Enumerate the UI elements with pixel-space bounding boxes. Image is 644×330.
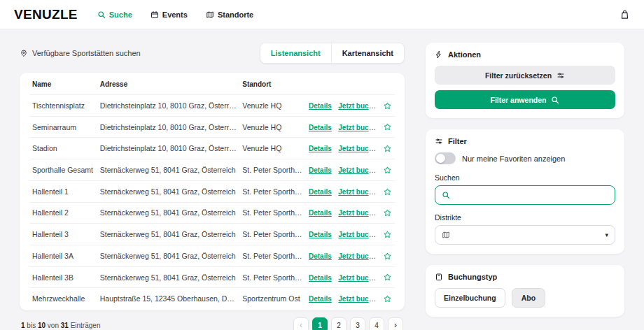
cell-location: St. Peter Sporthalle: [239, 202, 306, 224]
booking-type-card: Buchungstyp Einzelbuchung Abo: [426, 265, 624, 317]
favorite-star-icon[interactable]: [383, 144, 392, 153]
cell-name: Hallenteil 1: [29, 180, 97, 202]
pagination-page-4[interactable]: 4: [369, 317, 384, 330]
cell-location: St. Peter Sporthalle: [239, 224, 306, 245]
lightning-icon: [435, 50, 443, 59]
search-input-box[interactable]: [435, 185, 615, 205]
view-toggle: Listenansicht Kartenansicht: [260, 43, 405, 64]
nav-item-standorte[interactable]: Standorte: [206, 10, 253, 19]
favorite-star-icon[interactable]: [383, 208, 392, 217]
book-link[interactable]: Jetzt buchen: [338, 101, 379, 110]
book-link[interactable]: Jetzt buchen: [338, 294, 379, 303]
column-header-standort: Standort: [239, 73, 306, 95]
column-header-adresse: Adresse: [97, 73, 240, 95]
cart-button[interactable]: [620, 9, 630, 20]
nav-label-events: Events: [162, 10, 188, 19]
table-row: Hallenteil 3B Sternäckerweg 51, 8041 Gra…: [29, 266, 395, 288]
pagination-prev[interactable]: ‹: [293, 317, 309, 330]
book-link[interactable]: Jetzt buchen: [338, 187, 379, 196]
booking-card-header: Buchungstyp: [435, 273, 615, 281]
filter-card-header: Filter: [435, 137, 615, 145]
actions-card: Aktionen Filter zurücksetzen Filter anwe…: [426, 43, 624, 118]
cell-name: Hallenteil 2: [29, 202, 97, 224]
favorite-star-icon[interactable]: [383, 101, 392, 110]
cell-name: Mehrzweckhalle: [29, 288, 97, 309]
column-header-details: [306, 73, 335, 95]
table-row: Stadion Dietrichsteinplatz 10, 8010 Graz…: [29, 138, 395, 159]
actions-card-title: Aktionen: [448, 50, 481, 59]
cell-location: Venuzle HQ: [239, 116, 306, 138]
search-icon: [97, 10, 106, 19]
cell-location: Sportzentrum Ost: [239, 288, 306, 309]
favorite-star-icon[interactable]: [383, 294, 392, 303]
filter-card: Filter Nur meine Favoriten anzeigen Such…: [426, 129, 624, 254]
favorite-star-icon[interactable]: [383, 166, 392, 175]
favorite-star-icon[interactable]: [383, 122, 392, 131]
location-pin-icon: [20, 49, 28, 57]
districts-map-icon: [442, 231, 450, 239]
book-link[interactable]: Jetzt buchen: [338, 252, 379, 260]
favorites-row: Nur meine Favoriten anzeigen: [435, 152, 615, 164]
favorite-star-icon[interactable]: [383, 273, 392, 282]
search-field-input[interactable]: [455, 191, 608, 199]
venuzle-logo[interactable]: VENUZLE: [14, 7, 78, 22]
details-link[interactable]: Details: [309, 188, 332, 196]
pagination-next[interactable]: ›: [388, 317, 403, 330]
districts-select[interactable]: ▾: [435, 225, 615, 245]
filter-apply-button[interactable]: Filter anwenden: [435, 90, 615, 109]
cell-address: Dietrichsteinplatz 10, 8010 Graz, Österr…: [97, 138, 240, 159]
search-icon: [442, 191, 450, 199]
entries-to: 10: [38, 322, 46, 329]
pagination-page-3[interactable]: 3: [350, 317, 365, 330]
cell-address: Sternäckerweg 51, 8041 Graz, Österreich: [97, 245, 240, 267]
cell-name: Hallenteil 3B: [29, 266, 97, 288]
filter-reset-button[interactable]: Filter zurücksetzen: [435, 66, 615, 85]
shopping-bag-icon: [620, 9, 630, 20]
filter-reset-label: Filter zurücksetzen: [485, 71, 552, 80]
favorite-star-icon[interactable]: [383, 230, 392, 239]
cell-name: Sporthalle Gesamt: [29, 159, 97, 181]
details-link[interactable]: Details: [309, 231, 332, 238]
booking-type-abo[interactable]: Abo: [512, 288, 545, 308]
book-link[interactable]: Jetzt buchen: [338, 273, 379, 282]
details-link[interactable]: Details: [309, 252, 332, 260]
booking-type-einzelbuchung[interactable]: Einzelbuchung: [435, 288, 505, 308]
details-link[interactable]: Details: [309, 295, 332, 303]
table-row: Tischtennisplatz Dietrichsteinplatz 10, …: [29, 95, 395, 117]
book-link[interactable]: Jetzt buchen: [338, 166, 379, 174]
sliders-icon: [435, 137, 443, 145]
cell-location: St. Peter Sporthalle: [239, 180, 306, 202]
calendar-icon: [150, 10, 159, 19]
pagination-page-1[interactable]: 1: [312, 317, 328, 330]
details-link[interactable]: Details: [309, 274, 332, 282]
details-link[interactable]: Details: [309, 102, 332, 110]
cell-location: Venuzle HQ: [239, 138, 306, 159]
entries-from: 1: [21, 322, 25, 329]
book-link[interactable]: Jetzt buchen: [338, 230, 379, 238]
entries-total: 31: [61, 322, 69, 329]
nav-item-events[interactable]: Events: [150, 10, 188, 19]
book-link[interactable]: Jetzt buchen: [338, 123, 379, 131]
main-nav: Suche Events Standorte: [97, 10, 253, 19]
cell-name: Hallenteil 3: [29, 224, 97, 245]
tab-list-view[interactable]: Listenansicht: [260, 43, 331, 63]
book-link[interactable]: Jetzt buchen: [338, 144, 379, 152]
favorite-star-icon[interactable]: [383, 252, 392, 261]
list-header: Verfügbare Sportstätten suchen Listenans…: [20, 43, 405, 64]
favorite-star-icon[interactable]: [383, 187, 392, 196]
book-link[interactable]: Jetzt buchen: [338, 208, 379, 217]
pagination: ‹ 1234 ›: [293, 317, 403, 330]
table-row: Mehrzweckhalle Hauptstraße 15, 12345 Obe…: [29, 288, 395, 309]
details-link[interactable]: Details: [309, 166, 332, 174]
cell-location: St. Peter Sporthalle: [239, 245, 306, 267]
details-link[interactable]: Details: [309, 209, 332, 217]
map-icon: [206, 10, 214, 19]
tab-map-view[interactable]: Kartenansicht: [331, 43, 404, 63]
chevron-down-icon: ▾: [605, 231, 608, 238]
favorites-toggle[interactable]: [435, 152, 456, 164]
pagination-page-2[interactable]: 2: [331, 317, 346, 330]
details-link[interactable]: Details: [309, 124, 332, 131]
table-row: Hallenteil 3A Sternäckerweg 51, 8041 Gra…: [29, 245, 395, 267]
nav-item-suche[interactable]: Suche: [97, 10, 132, 19]
details-link[interactable]: Details: [309, 145, 332, 152]
